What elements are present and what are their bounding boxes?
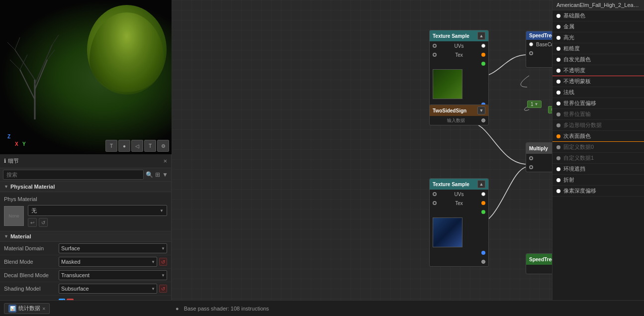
right-item-opacity[interactable]: 不透明度	[552, 65, 644, 76]
tree-silhouette	[5, 20, 65, 119]
right-item-base-color[interactable]: 基础颜色	[552, 10, 644, 21]
right-panel-header: AmericanElm_Fall_High_2_Leaves_Mat	[552, 0, 644, 10]
ts2-green-row	[430, 208, 488, 216]
details-close-button[interactable]: ×	[163, 157, 167, 165]
right-item-custom1: 自定义数据1	[552, 153, 644, 164]
right-item-metal[interactable]: 金属	[552, 21, 644, 32]
two-sided-sign-expand[interactable]: ▼	[477, 106, 485, 114]
material-section-collapse-icon: ▼	[4, 234, 8, 239]
right-item-opacity-mask[interactable]: 不透明蒙板	[552, 76, 644, 87]
shading-model-dropdown[interactable]: Subsurface	[59, 284, 157, 294]
decal-blend-mode-dropdown-wrapper: Translucent ▼	[59, 270, 167, 280]
phys-none-dropdown[interactable]: 无 ▼	[28, 205, 167, 216]
svg-line-2	[35, 60, 47, 90]
value-1-arrow: ▼	[535, 102, 539, 106]
material-domain-label: Material Domain	[4, 245, 59, 251]
stats-tab[interactable]: 📊 统计数据 ×	[4, 303, 50, 314]
viewport: Z X Y T ● ◁ T ⚙	[0, 0, 172, 154]
material-section-header[interactable]: ▼ Material	[0, 231, 171, 242]
texture-sample-2-node: Texture Sample ▲ UVs Tex	[429, 178, 489, 267]
right-item-roughness[interactable]: 粗糙度	[552, 43, 644, 54]
phys-material-section: Phys Material None 无 ▼ ↩ ↺	[0, 192, 171, 231]
tree-svg	[5, 20, 65, 119]
blend-mode-reset-button[interactable]: ↺	[159, 258, 167, 266]
refraction-dot	[556, 178, 560, 182]
ts2-tex-row: Tex	[430, 199, 488, 208]
ts2-a-out-pin	[481, 260, 485, 264]
phys-material-row: None 无 ▼ ↩ ↺	[4, 205, 167, 227]
decal-blend-mode-dropdown[interactable]: Translucent	[59, 270, 167, 280]
left-panel: Z X Y T ● ◁ T ⚙ ℹ 细节 × 🔍 ⊞ ▼	[0, 0, 172, 316]
grid-view-icon[interactable]: ⊞	[155, 171, 160, 178]
base-color-dot	[556, 14, 560, 18]
material-domain-dropdown-wrapper: Surface ▼	[59, 243, 167, 253]
ts2-r-out-pin	[481, 201, 485, 205]
phys-none-label: None	[8, 213, 19, 218]
world-pos-input-label: 世界位置输	[563, 110, 591, 118]
details-panel: ℹ 细节 × 🔍 ⊞ ▼ ▼ Physical Material Phys Ma…	[0, 154, 171, 316]
viewport-toolbar: T ● ◁ T ⚙	[105, 140, 169, 152]
multiply-a-in-pin	[529, 156, 533, 160]
material-domain-dropdown[interactable]: Surface	[59, 243, 167, 253]
speed-tree-title: SpeedTree	[529, 257, 554, 262]
vp-btn-gear[interactable]: ⚙	[157, 140, 169, 152]
value-1-text: 1	[531, 102, 534, 107]
emissive-dot	[556, 58, 560, 62]
right-item-emissive[interactable]: 自发光颜色	[552, 54, 644, 65]
blend-mode-dropdown[interactable]: Masked	[59, 257, 157, 267]
right-item-world-pos-offset[interactable]: 世界位置偏移	[552, 98, 644, 109]
normal-dot	[556, 91, 560, 95]
right-item-ao[interactable]: 环境遮挡	[552, 164, 644, 175]
ts2-tex-label: Tex	[455, 201, 463, 206]
tss-sub-label: 输入数据	[433, 117, 479, 124]
ts1-g-out-pin	[481, 62, 485, 66]
shading-model-reset-button[interactable]: ↺	[159, 285, 167, 293]
search-icon[interactable]: 🔍	[146, 171, 153, 178]
two-sided-sign-header: TwoSidedSign ▼	[430, 105, 488, 116]
search-input[interactable]	[3, 170, 144, 180]
subsurface-label: 次表面颜色	[563, 132, 591, 140]
right-item-world-pos-input: 世界位置输	[552, 109, 644, 120]
ts2-uvs-row: UVs	[430, 190, 488, 199]
physical-material-section-header[interactable]: ▼ Physical Material	[0, 182, 171, 192]
ts1-uvs-label: UVs	[455, 43, 464, 49]
vp-btn-t1[interactable]: T	[105, 140, 117, 152]
stats-tab-label: 统计数据	[18, 305, 40, 312]
stats-close-button[interactable]: ×	[42, 306, 45, 312]
specular-label: 高光	[563, 34, 574, 41]
right-item-pixel-depth[interactable]: 像素深度偏移	[552, 186, 644, 197]
ts2-rgba-out-pin	[481, 192, 485, 196]
texture-sample-1-header: Texture Sample ▲	[430, 30, 488, 41]
right-item-tessellation: 多边形细分数据	[552, 120, 644, 131]
phys-clear-button[interactable]: ↺	[39, 218, 48, 227]
vp-btn-t2[interactable]: T	[144, 140, 156, 152]
axis-y-label: Y	[22, 141, 26, 147]
phys-none-text: 无	[31, 207, 160, 214]
vp-btn-arrow[interactable]: ◁	[131, 140, 143, 152]
svg-line-7	[47, 50, 55, 60]
filter-icon[interactable]: ▼	[162, 171, 168, 178]
bullet-icon: ●	[176, 306, 179, 312]
texture-sample-2-expand[interactable]: ▲	[477, 180, 485, 188]
ts2-texture-preview	[433, 217, 462, 247]
tessellation-dot	[556, 123, 560, 127]
details-title: ℹ 细节	[4, 157, 19, 165]
value-1-box[interactable]: 1 ▼	[527, 101, 542, 108]
svg-line-1	[20, 70, 35, 100]
right-item-refraction[interactable]: 折射	[552, 175, 644, 186]
opacity-dot	[556, 69, 560, 73]
world-pos-offset-label: 世界位置偏移	[563, 100, 596, 107]
phys-material-label: Phys Material	[4, 196, 167, 202]
right-item-subsurface[interactable]: 次表面颜色	[552, 131, 644, 142]
bottom-stats-bar: ● Base pass shader: 108 instructions	[172, 300, 644, 316]
ts1-tex-label: Tex	[455, 52, 463, 58]
right-item-normal[interactable]: 法线	[552, 87, 644, 98]
texture-sample-1-expand[interactable]: ▲	[477, 32, 485, 40]
blend-mode-row: Blend Mode Masked ▼ ↺	[0, 255, 171, 269]
vp-btn-sphere[interactable]: ●	[118, 140, 130, 152]
axis-z-label: Z	[7, 134, 10, 139]
subsurface-dot	[556, 134, 560, 138]
right-item-specular[interactable]: 高光	[552, 32, 644, 43]
shading-model-row: Shading Model Subsurface ▼ ↺	[0, 282, 171, 296]
phys-reset-button[interactable]: ↩	[28, 218, 37, 227]
